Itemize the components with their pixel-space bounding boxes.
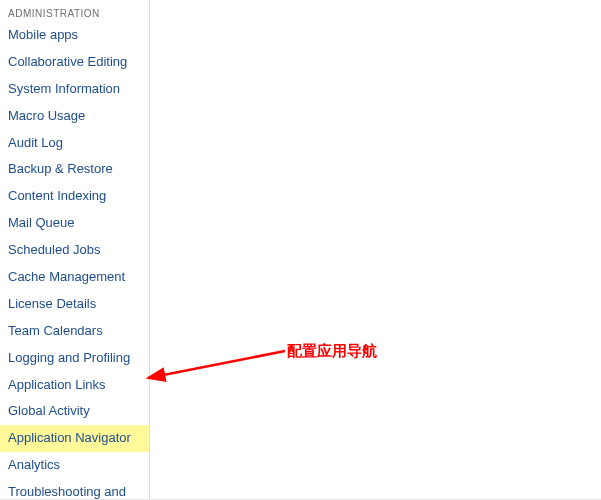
nav-item[interactable]: Audit Log: [0, 130, 149, 157]
nav-item[interactable]: System Information: [0, 76, 149, 103]
nav-item[interactable]: Mobile apps: [0, 22, 149, 49]
nav-item[interactable]: Team Calendars: [0, 318, 149, 345]
nav-item[interactable]: Collaborative Editing: [0, 49, 149, 76]
annotation-label: 配置应用导航: [287, 342, 377, 361]
nav-item[interactable]: Analytics: [0, 452, 149, 479]
nav-item[interactable]: Content Indexing: [0, 183, 149, 210]
nav-item[interactable]: Scheduled Jobs: [0, 237, 149, 264]
nav-item[interactable]: Global Activity: [0, 398, 149, 425]
nav-item[interactable]: Application Navigator: [0, 425, 149, 452]
svg-line-1: [148, 351, 285, 378]
nav-item[interactable]: Application Links: [0, 372, 149, 399]
section-header: ADMINISTRATION: [0, 0, 149, 22]
nav-item[interactable]: License Details: [0, 291, 149, 318]
nav-item[interactable]: Mail Queue: [0, 210, 149, 237]
sidebar: ADMINISTRATIONMobile appsCollaborative E…: [0, 0, 150, 499]
nav-item[interactable]: Backup & Restore: [0, 156, 149, 183]
nav-item[interactable]: Logging and Profiling: [0, 345, 149, 372]
nav-item[interactable]: Cache Management: [0, 264, 149, 291]
nav-item[interactable]: Macro Usage: [0, 103, 149, 130]
nav-item[interactable]: Troubleshooting and support tools: [0, 479, 149, 499]
